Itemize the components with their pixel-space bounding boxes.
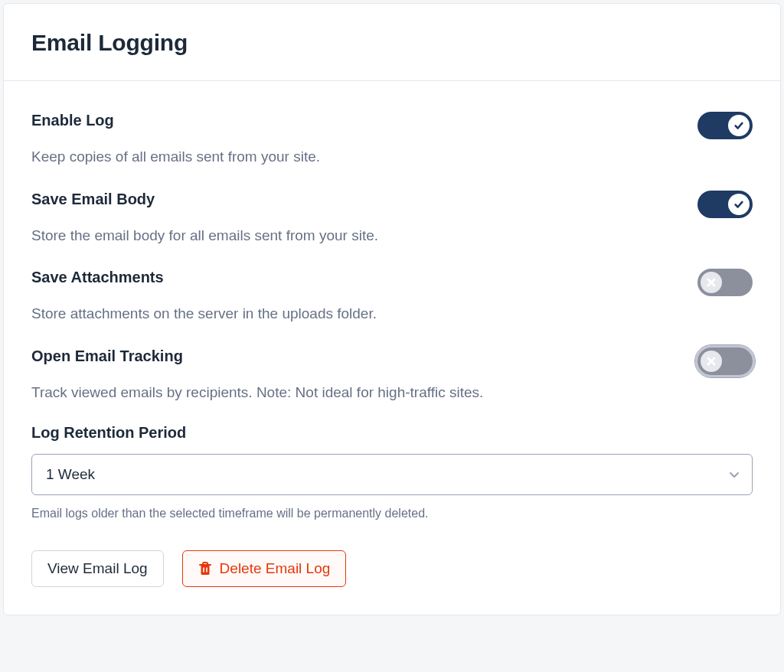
open-tracking-toggle[interactable] (697, 347, 753, 375)
check-icon (733, 199, 744, 210)
retention-help-text: Email logs older than the selected timef… (31, 504, 753, 523)
retention-select[interactable]: 1 Week (31, 454, 753, 495)
open-tracking-label: Open Email Tracking (31, 346, 483, 367)
enable-log-label: Enable Log (31, 110, 320, 131)
card-body: Enable Log Keep copies of all emails sen… (4, 81, 780, 615)
delete-email-log-label: Delete Email Log (220, 560, 331, 577)
retention-selected-value: 1 Week (46, 466, 95, 483)
save-body-label: Save Email Body (31, 189, 378, 210)
save-body-description: Store the email body for all emails sent… (31, 225, 378, 246)
x-icon (707, 278, 716, 287)
page-title: Email Logging (31, 30, 753, 56)
save-attachments-label: Save Attachments (31, 267, 377, 288)
x-icon (707, 357, 716, 366)
svg-rect-0 (201, 565, 209, 575)
open-tracking-description: Track viewed emails by recipients. Note:… (31, 382, 483, 403)
retention-field: Log Retention Period 1 Week Email logs o… (31, 424, 753, 523)
save-attachments-toggle[interactable] (697, 269, 753, 296)
enable-log-description: Keep copies of all emails sent from your… (31, 146, 320, 168)
setting-enable-log: Enable Log Keep copies of all emails sen… (31, 89, 753, 168)
setting-open-tracking: Open Email Tracking Track viewed emails … (31, 325, 753, 403)
enable-log-toggle[interactable] (697, 112, 753, 139)
setting-save-body: Save Email Body Store the email body for… (31, 168, 753, 246)
email-logging-card: Email Logging Enable Log Keep copies of … (3, 3, 781, 615)
save-attachments-description: Store attachments on the server in the u… (31, 303, 377, 325)
setting-save-attachments: Save Attachments Store attachments on th… (31, 246, 753, 325)
delete-email-log-button[interactable]: Delete Email Log (182, 550, 347, 587)
trash-icon (198, 561, 212, 576)
view-email-log-button[interactable]: View Email Log (31, 550, 164, 587)
card-header: Email Logging (4, 4, 780, 81)
check-icon (733, 120, 744, 131)
view-email-log-label: View Email Log (47, 560, 148, 577)
retention-label: Log Retention Period (31, 424, 753, 442)
save-body-toggle[interactable] (697, 191, 753, 218)
action-buttons: View Email Log Delete Email Log (31, 550, 753, 587)
